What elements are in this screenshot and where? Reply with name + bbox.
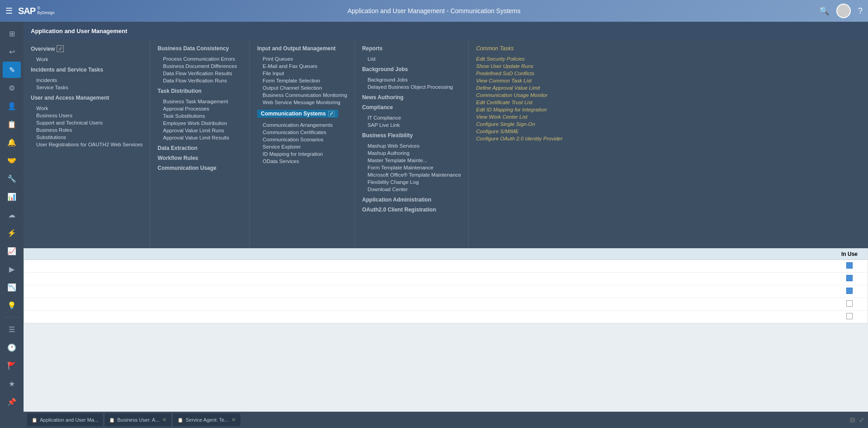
nav-item-sap-live-link[interactable]: SAP Live Link [362, 121, 461, 129]
nav-common-edit-id-mapping[interactable]: Edit ID Mapping for Integration [476, 106, 562, 113]
checkbox-checked[interactable] [846, 262, 853, 269]
nav-section-comm-systems[interactable]: Communication Systems ⤢ [257, 110, 347, 118]
nav-item-file-input[interactable]: File Input [257, 70, 347, 77]
nav-section-comm-usage[interactable]: Communication Usage [158, 165, 242, 171]
sidebar-edit-icon[interactable]: ✎ [3, 62, 21, 78]
nav-item-print-queues[interactable]: Print Queues [257, 55, 347, 63]
nav-item-business-users[interactable]: Business Users [31, 112, 143, 119]
sidebar-idea-icon[interactable]: 💡 [3, 297, 21, 313]
nav-item-id-mapping[interactable]: ID Mapping for Integration [257, 150, 347, 158]
nav-common-configure-oauth[interactable]: Configure OAuth 2.0 Identity Provider [476, 135, 562, 142]
nav-item-service-tasks[interactable]: Service Tasks [31, 84, 143, 91]
nav-item-data-flow-results[interactable]: Data Flow Verification Results [158, 70, 242, 77]
nav-section-app-admin[interactable]: Application Administration [362, 197, 461, 203]
nav-item-delayed-processing[interactable]: Delayed Business Object Processing [362, 83, 461, 91]
nav-item-approval-processes[interactable]: Approval Processes [158, 105, 242, 112]
nav-common-comm-usage-monitor[interactable]: Communication Usage Monitor [476, 91, 562, 99]
nav-section-news-authoring[interactable]: News Authoring [362, 94, 461, 101]
nav-item-incidents[interactable]: Incidents [31, 77, 143, 84]
sidebar-graph-icon[interactable]: 📉 [3, 279, 21, 295]
nav-item-oauth2[interactable]: User Registrations for OAUTH2 Web Servic… [31, 141, 143, 148]
nav-common-predefined-sod[interactable]: Predefined SoD Conflicts [476, 70, 562, 77]
nav-item-data-flow-runs[interactable]: Data Flow Verification Runs [158, 77, 242, 84]
sidebar-clock-icon[interactable]: 🕐 [3, 339, 21, 356]
nav-item-approval-value-results[interactable]: Approval Value Limit Results [158, 134, 242, 141]
nav-item-comm-certificates[interactable]: Communication Certificates [257, 129, 347, 136]
sidebar-bell-icon[interactable]: 🔔 [3, 134, 21, 150]
nav-item-support-technical[interactable]: Support and Technical Users [31, 119, 143, 126]
nav-item-master-template[interactable]: Master Template Mainte... [362, 157, 461, 164]
nav-item-mashup-web-services[interactable]: Mashup Web Services [362, 142, 461, 149]
nav-item-process-comm-errors[interactable]: Process Communication Errors [158, 55, 242, 63]
sidebar-cloud-icon[interactable]: ☁ [3, 207, 21, 223]
nav-item-biz-doc-diff[interactable]: Business Document Differences [158, 63, 242, 70]
sidebar-back-icon[interactable]: ↩ [3, 43, 21, 60]
sidebar-handshake-icon[interactable]: 🤝 [3, 152, 21, 168]
avatar[interactable] [836, 4, 851, 18]
nav-common-view-task-list[interactable]: View Common Task List [476, 77, 562, 84]
nav-section-biz-flexibility[interactable]: Business Flexibility [362, 132, 461, 139]
nav-item-employee-work-dist[interactable]: Employee Work Distribution [158, 120, 242, 127]
nav-common-show-user-updates[interactable]: Show User Update Runs [476, 63, 562, 70]
nav-item-uam-work[interactable]: Work [31, 105, 143, 112]
sidebar-chart-icon[interactable]: 📊 [3, 188, 21, 205]
nav-section-bdc[interactable]: Business Data Consistency [158, 45, 242, 52]
nav-section-user-access[interactable]: User and Access Management [31, 95, 143, 101]
sidebar-settings-icon[interactable]: ⚙ [3, 80, 21, 96]
nav-item-biz-task-mgmt[interactable]: Business Task Management [158, 98, 242, 105]
nav-common-edit-security[interactable]: Edit Security Policies [476, 55, 562, 63]
nav-section-data-extraction[interactable]: Data Extraction [158, 145, 242, 151]
nav-item-business-roles[interactable]: Business Roles [31, 126, 143, 134]
checkbox-checked-2[interactable] [846, 275, 853, 281]
sidebar-trending-icon[interactable]: 📈 [3, 243, 21, 259]
sidebar-clipboard-icon[interactable]: 📋 [3, 116, 21, 132]
nav-item-form-template-maint[interactable]: Form Template Maintenance [362, 164, 461, 171]
nav-item-bg-jobs[interactable]: Background Jobs [362, 76, 461, 83]
nav-item-ms-office-template[interactable]: Microsoft Office® Template Maintenance [362, 171, 461, 178]
search-icon[interactable]: 🔍 [819, 6, 829, 16]
sidebar-flag-icon[interactable]: 🚩 [3, 357, 21, 374]
sidebar-lightning-icon[interactable]: ⚡ [3, 225, 21, 241]
nav-item-mashup-authoring[interactable]: Mashup Authoring [362, 149, 461, 157]
nav-common-view-work-center[interactable]: View Work Center List [476, 113, 562, 120]
sidebar-home-icon[interactable]: ⊞ [3, 25, 21, 42]
nav-item-comm-scenarios[interactable]: Communication Scenarios [257, 136, 347, 143]
nav-item-comm-arrangements[interactable]: Communication Arrangements [257, 121, 347, 129]
nav-item-flexibility-changelog[interactable]: Flexibility Change Log [362, 178, 461, 186]
nav-item-task-subs[interactable]: Task Substitutions [158, 112, 242, 120]
nav-section-io-mgmt[interactable]: Input and Output Management [257, 45, 347, 52]
sidebar-user-icon[interactable]: 👤 [3, 98, 21, 114]
checkbox-unchecked-2[interactable] [846, 313, 853, 319]
nav-item-download-center[interactable]: Download Center [362, 186, 461, 193]
nav-section-workflow-rules[interactable]: Workflow Rules [158, 155, 242, 161]
nav-section-incidents[interactable]: Incidents and Service Tasks [31, 67, 143, 73]
checkbox-unchecked[interactable] [846, 300, 853, 307]
nav-section-bg-jobs-header[interactable]: Background Jobs [362, 66, 461, 72]
nav-item-service-explorer[interactable]: Service Explorer [257, 143, 347, 150]
sidebar-list-icon[interactable]: ☰ [3, 321, 21, 337]
sidebar-pin-icon[interactable]: 📌 [3, 394, 21, 410]
help-icon[interactable]: ? [858, 6, 863, 16]
nav-item-biz-comm-monitoring[interactable]: Business Communication Monitoring [257, 91, 347, 99]
nav-section-reports[interactable]: Reports [362, 45, 461, 52]
nav-common-define-approval[interactable]: Define Approval Value Limit [476, 84, 562, 91]
nav-common-configure-smime[interactable]: Configure S/MIME [476, 128, 562, 135]
nav-item-substitutions[interactable]: Substitutions [31, 134, 143, 141]
nav-item-list[interactable]: List [362, 55, 461, 63]
sidebar-star-icon[interactable]: ★ [3, 375, 21, 392]
nav-section-overview[interactable]: Overview ⤢ [31, 45, 143, 52]
nav-item-work[interactable]: Work [31, 56, 143, 63]
sidebar-wrench-icon[interactable]: 🔧 [3, 170, 21, 187]
nav-item-email-fax[interactable]: E-Mail and Fax Queues [257, 63, 347, 70]
nav-section-oauth-client[interactable]: OAuth2.0 Client Registration [362, 207, 461, 213]
nav-item-form-template[interactable]: Form Template Selection [257, 77, 347, 84]
nav-item-ws-msg-monitoring[interactable]: Web Service Message Monitoring [257, 99, 347, 106]
nav-section-task-dist[interactable]: Task Distribution [158, 88, 242, 94]
hamburger-menu-icon[interactable]: ☰ [5, 6, 13, 16]
nav-item-output-channel[interactable]: Output Channel Selection [257, 84, 347, 91]
checkbox-checked-3[interactable] [846, 288, 853, 294]
nav-item-approval-value-runs[interactable]: Approval Value Limit Runs [158, 127, 242, 134]
nav-item-it-compliance[interactable]: IT Compliance [362, 114, 461, 121]
nav-item-odata[interactable]: OData Services [257, 158, 347, 165]
nav-section-compliance[interactable]: Compliance [362, 104, 461, 111]
